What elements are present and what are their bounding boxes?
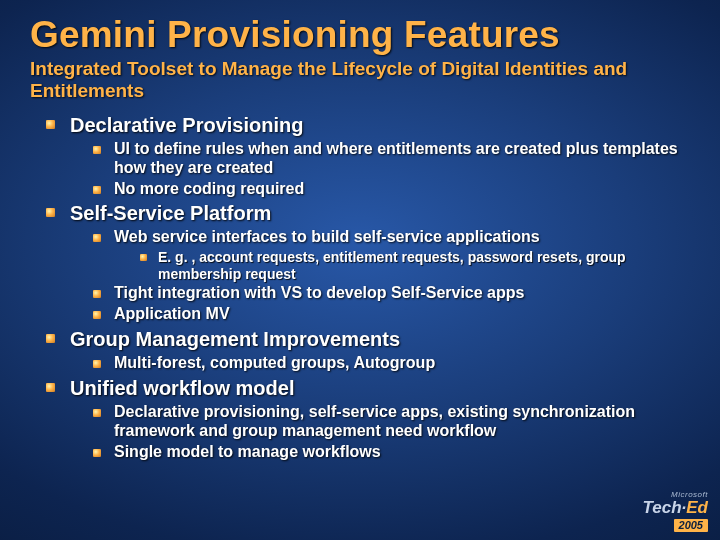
slide: Gemini Provisioning Features Integrated … <box>0 0 720 540</box>
slide-subtitle: Integrated Toolset to Manage the Lifecyc… <box>30 58 670 103</box>
list-item: Application MV <box>88 305 690 324</box>
list-item: No more coding required <box>88 180 690 199</box>
heading-text: Unified workflow model <box>70 377 294 399</box>
list-item: Declarative provisioning, self-service a… <box>88 403 690 441</box>
logo-brand: Tech·Ed <box>642 499 708 516</box>
list-item: Declarative Provisioning UI to define ru… <box>40 113 690 199</box>
logo-year: 2005 <box>674 519 708 532</box>
heading-text: Group Management Improvements <box>70 328 400 350</box>
list-item: Group Management Improvements Multi-fore… <box>40 327 690 373</box>
list-item: Self-Service Platform Web service interf… <box>40 201 690 324</box>
footer-logo: Microsoft Tech·Ed 2005 <box>642 491 708 532</box>
list-item: UI to define rules when and where entitl… <box>88 140 690 178</box>
list-item: Single model to manage workflows <box>88 443 690 462</box>
list-item: Multi-forest, computed groups, Autogroup <box>88 354 690 373</box>
logo-brand-part2: Ed <box>686 498 708 517</box>
bullet-list: Declarative Provisioning UI to define ru… <box>40 113 690 462</box>
heading-text: Self-Service Platform <box>70 202 271 224</box>
body-text: Web service interfaces to build self-ser… <box>114 228 540 245</box>
list-item: Web service interfaces to build self-ser… <box>88 228 690 282</box>
list-item: E. g. , account requests, entitlement re… <box>136 249 690 282</box>
heading-text: Declarative Provisioning <box>70 114 303 136</box>
list-item: Unified workflow model Declarative provi… <box>40 376 690 462</box>
list-item: Tight integration with VS to develop Sel… <box>88 284 690 303</box>
logo-brand-part1: Tech· <box>642 498 686 517</box>
slide-title: Gemini Provisioning Features <box>30 14 690 56</box>
